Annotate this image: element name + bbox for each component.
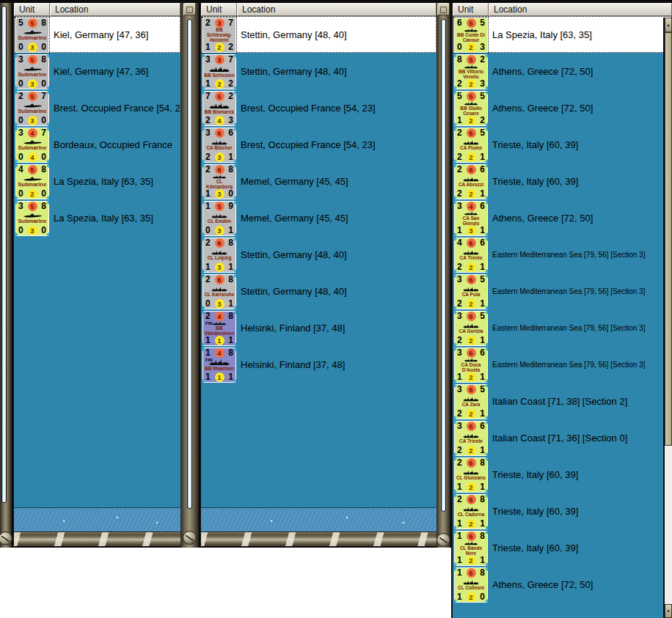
counter-bottom-values: 0 4 0 — [16, 152, 48, 162]
unit-list[interactable]: 6 5 5 BB Conte Di Cavour 0 2 3 La Spezia… — [453, 16, 672, 618]
unit-counter[interactable]: 3 4 6 CA San Giorgio 1 3 1 — [454, 201, 488, 236]
unit-counter[interactable]: 2 6 8 CL Königsberg 1 3 0 — [202, 164, 236, 199]
unit-counter[interactable]: 2 6 8 CL Giussano 1 2 1 — [454, 457, 488, 493]
location-column-header[interactable]: Location — [50, 3, 180, 16]
counter-bottom-left-value: 1 — [205, 336, 211, 345]
defense-value-circle: 2 — [467, 336, 476, 345]
unit-row[interactable]: 3 4 7 Submarine 0 4 0 Bordeaux, Occupied… — [14, 126, 180, 163]
scrollbar-thumb[interactable] — [665, 32, 672, 446]
unit-location: La Spezia, Italy [63, 35] — [54, 213, 180, 224]
unit-row[interactable]: 1 5 9 CL Emden 0 3 1 Memel, Germany [45,… — [201, 199, 437, 236]
unit-counter[interactable]: 3 6 5 CA Pola 2 2 1 — [454, 274, 488, 309]
unit-counter[interactable]: 6 5 5 BB Conte Di Cavour 0 2 3 — [454, 18, 488, 53]
unit-counter[interactable]: 2 6 8 CL Karlsruhe 0 3 1 — [202, 274, 236, 309]
unit-counter[interactable]: FIN 2 4 8 BB Väinämöinen 1 1 1 — [202, 311, 236, 346]
unit-row[interactable]: 4 5 8 Submarine 0 2 0 La Spezia, Italy [… — [14, 163, 180, 199]
unit-row[interactable]: 3 4 6 CA San Giorgio 1 3 1 Athens, Greec… — [453, 199, 672, 236]
unit-counter[interactable]: 3 5 8 Submarine 0 3 0 — [15, 201, 49, 236]
unit-location: Helsinki, Finland [37, 48] — [241, 323, 437, 334]
unit-row[interactable]: 3 5 8 Submarine 0 3 0 Kiel, Germany [47,… — [14, 53, 180, 89]
unit-row[interactable]: 3 6 5 CA Pola 2 2 1 Eastern Mediterranea… — [453, 273, 672, 309]
frame-top-button[interactable] — [437, 3, 450, 15]
unit-list[interactable]: 5 5 8 Submarine 0 3 0 Kiel, Germany [47,… — [14, 16, 180, 507]
unit-row[interactable]: 2 6 5 CA Fiume 2 2 1 Trieste, Italy [60,… — [453, 126, 672, 163]
unit-counter[interactable]: 2 6 6 CA Abruzzi 2 2 1 — [454, 164, 488, 199]
unit-row[interactable]: FIN 1 4 8 BB Ilmarinen 1 1 1 Helsin — [201, 346, 437, 383]
unit-row[interactable]: 3 6 6 CA Blücher 2 3 1 Brest, Occupied F… — [201, 126, 437, 163]
unit-counter[interactable]: 5 5 8 Submarine 0 3 0 — [15, 18, 49, 53]
unit-counter[interactable]: 2 3 7 BB Schleswig-Holstein 1 2 2 — [202, 18, 236, 53]
corner-marker-icon — [46, 200, 49, 205]
unit-counter[interactable]: 3 6 6 CA Duca D'Aosta 1 2 1 — [454, 347, 488, 383]
counter-top-left-value: 5 — [18, 18, 23, 28]
unit-counter[interactable]: 2 5 7 Submarine 0 3 0 — [15, 91, 49, 126]
unit-row[interactable]: 6 5 5 BB Conte Di Cavour 0 2 3 La Spezia… — [453, 16, 672, 53]
unit-row[interactable]: 3 3 7 BB Schlesien 1 2 2 Stettin, German… — [201, 53, 437, 89]
unit-counter[interactable]: 3 6 6 CA Trieste 2 2 1 — [454, 421, 488, 456]
counter-bottom-circle-value: 4 — [30, 152, 34, 162]
vertical-scrollbar-thumb[interactable] — [441, 19, 446, 512]
unit-counter[interactable]: 3 3 7 BB Schlesien 1 2 2 — [202, 54, 236, 89]
unit-row[interactable]: 3 6 5 CA Zara 2 2 1 Italian Coast [71, 3… — [453, 383, 672, 419]
unit-column-header[interactable]: Unit — [453, 3, 489, 16]
unit-list[interactable]: 2 3 7 BB Schleswig-Holstein 1 2 2 Stetti… — [201, 16, 437, 507]
unit-counter[interactable]: 3 5 8 Submarine 0 3 0 — [15, 54, 49, 89]
scroll-up-button[interactable]: ▲ — [665, 18, 672, 32]
counter-bottom-circle-value: 3 — [217, 152, 221, 162]
unit-counter[interactable]: 1 6 8 CL Colleoni 1 2 0 — [454, 567, 488, 603]
unit-row[interactable]: 2 5 7 Submarine 0 3 0 Brest, Occupied Fr… — [14, 89, 180, 126]
unit-row[interactable]: 7 5 2 BB Bismarck 2 4 3 Brest, Occupied … — [201, 89, 437, 126]
counter-bottom-circle-value: 2 — [469, 189, 472, 199]
unit-row[interactable]: 2 6 6 CA Abruzzi 2 2 1 Trieste, Italy [6… — [453, 163, 672, 199]
unit-counter[interactable]: 4 6 6 CA Trento 2 2 1 — [454, 238, 488, 273]
unit-counter[interactable]: 3 4 7 Submarine 0 4 0 — [15, 128, 49, 163]
unit-counter[interactable]: 3 6 5 CA Gorizia 2 2 1 — [454, 311, 488, 346]
unit-name: Submarine — [18, 108, 47, 114]
frame-top-button[interactable] — [183, 3, 196, 15]
unit-row[interactable]: 3 6 6 CA Trieste 2 2 1 Italian Coast [71… — [453, 419, 672, 456]
unit-row[interactable]: 2 6 8 CL Königsberg 1 3 0 Memel, Germany… — [201, 163, 437, 199]
unit-row[interactable]: 3 5 8 Submarine 0 3 0 La Spezia, Italy [… — [14, 199, 180, 236]
unit-counter[interactable]: FIN 1 4 8 BB Ilmarinen 1 1 1 — [202, 347, 236, 383]
unit-row[interactable]: FIN 2 4 8 BB Väinämöinen 1 1 1 Hels — [201, 309, 437, 346]
unit-row[interactable]: 2 3 7 BB Schleswig-Holstein 1 2 2 Stetti… — [201, 16, 437, 53]
location-column-header[interactable]: Location — [237, 3, 437, 16]
right-vertical-scrollbar[interactable]: ▲ ▼ — [663, 18, 672, 618]
vertical-scrollbar-thumb[interactable] — [1, 6, 7, 503]
counter-bottom-circle-value: 2 — [469, 409, 472, 419]
unit-counter[interactable]: 8 5 2 BB Vittorio Veneto 2 2 3 — [454, 54, 488, 89]
unit-row[interactable]: 4 6 6 CA Trento 2 2 1 Eastern Mediterran… — [453, 236, 672, 273]
horizontal-scrollbar[interactable] — [201, 507, 437, 532]
unit-column-header[interactable]: Unit — [14, 3, 50, 16]
counter-bottom-circle-value: 2 — [469, 592, 472, 602]
horizontal-scrollbar[interactable] — [14, 507, 180, 532]
unit-counter[interactable]: 2 6 5 CA Fiume 2 2 1 — [454, 128, 488, 163]
unit-row[interactable]: 2 6 8 CL Karlsruhe 0 3 1 Stettin, German… — [201, 273, 437, 309]
unit-counter[interactable]: 1 5 9 CL Emden 0 3 1 — [202, 201, 236, 236]
unit-row[interactable]: 5 5 5 BB Giulio Cesare 1 2 2 Athens, Gre… — [453, 89, 672, 126]
scroll-down-button[interactable]: ▼ — [665, 604, 672, 618]
location-column-header[interactable]: Location — [489, 3, 672, 16]
unit-counter[interactable]: 3 6 5 CA Zara 2 2 1 — [454, 384, 488, 419]
unit-column-header[interactable]: Unit — [201, 3, 237, 16]
unit-counter[interactable]: 2 6 8 CL Cadorna 1 2 1 — [454, 494, 488, 529]
unit-name: CA Blücher — [206, 145, 232, 150]
unit-counter[interactable]: 4 5 8 Submarine 0 2 0 — [15, 164, 49, 199]
unit-counter[interactable]: 3 6 6 CA Blücher 2 3 1 — [202, 128, 236, 163]
unit-row[interactable]: 3 6 6 CA Duca D'Aosta 1 2 1 Eastern Medi… — [453, 346, 672, 383]
unit-counter[interactable]: 5 5 5 BB Giulio Cesare 1 2 2 — [454, 91, 488, 126]
unit-row[interactable]: 1 6 8 CL Colleoni 1 2 0 Athens, Greece [… — [453, 566, 672, 603]
unit-counter[interactable]: 7 5 2 BB Bismarck 2 4 3 — [202, 91, 236, 126]
unit-row[interactable]: 3 6 5 CA Gorizia 2 2 1 Eastern Mediterra… — [453, 309, 672, 346]
unit-row[interactable]: 2 6 8 CL Cadorna 1 2 1 Trieste, Italy [6… — [453, 493, 672, 529]
unit-row[interactable]: 2 6 8 CL Giussano 1 2 1 Trieste, Italy [… — [453, 456, 672, 493]
vertical-scrollbar-thumb[interactable] — [187, 19, 192, 509]
unit-row[interactable]: 5 5 8 Submarine 0 3 0 Kiel, Germany [47,… — [14, 16, 180, 53]
counter-bottom-values: 1 2 1 — [455, 372, 487, 382]
unit-row[interactable]: 2 6 8 CL Leipzig 1 3 1 Stettin, Germany … — [201, 236, 437, 273]
unit-row[interactable]: 8 5 2 BB Vittorio Veneto 2 2 3 Athens, G… — [453, 53, 672, 89]
corner-marker-icon — [202, 379, 205, 383]
unit-row[interactable]: 1 6 8 CL Bande Nere 1 2 1 Trieste, Italy… — [453, 529, 672, 566]
unit-counter[interactable]: 2 6 8 CL Leipzig 1 3 1 — [202, 238, 236, 273]
unit-counter[interactable]: 1 6 8 CL Bande Nere 1 2 1 — [454, 531, 488, 566]
